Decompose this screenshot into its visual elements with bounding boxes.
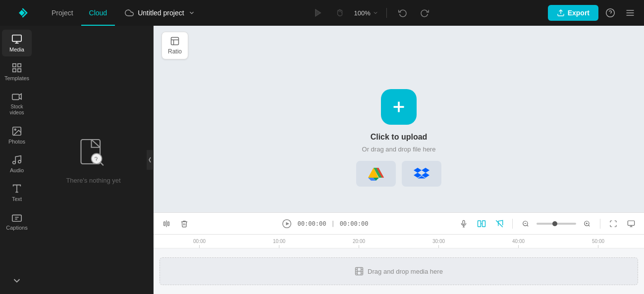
zoom-in-icon [584, 220, 590, 227]
timeline-delete-button[interactable] [177, 217, 191, 231]
empty-state-label: There's nothing yet [66, 177, 120, 184]
project-title[interactable]: Untitled project [138, 9, 184, 17]
svg-line-48 [527, 225, 529, 226]
tl-divider [512, 219, 513, 229]
templates-icon [11, 62, 22, 73]
toolbar-center: 100% [195, 5, 548, 21]
nav-tabs: Project Cloud [44, 0, 115, 26]
sidebar-item-photos-label: Photos [8, 139, 25, 145]
plus-icon [390, 98, 408, 116]
tab-project[interactable]: Project [44, 0, 81, 26]
timeline-area: 00:00:00 | 00:00:00 [154, 212, 644, 294]
sidebar-item-media[interactable]: Media [2, 30, 32, 56]
help-icon [605, 8, 615, 18]
ruler-mark-2: 20:00 [319, 239, 399, 248]
sidebar-item-audio-label: Audio [10, 167, 24, 173]
sidebar-item-templates[interactable]: Templates [2, 58, 32, 85]
timeline-tracks: Drag and drop media here [154, 248, 644, 294]
ruler-mark-0: 00:00 [160, 239, 239, 248]
google-drive-icon [368, 167, 384, 181]
undo-button[interactable] [395, 5, 411, 21]
cloud-icon [125, 8, 134, 17]
svg-rect-40 [463, 220, 465, 224]
svg-rect-12 [13, 69, 16, 72]
microphone-button[interactable] [457, 217, 471, 231]
timeline-controls: 00:00:00 | 00:00:00 [154, 213, 644, 235]
timeline-settings-button[interactable] [624, 217, 638, 231]
hand-tool-button[interactable] [332, 5, 348, 21]
upload-button[interactable] [381, 89, 417, 125]
sidebar-item-captions[interactable]: Captions [2, 208, 32, 235]
timeline-trim-button[interactable] [160, 217, 173, 231]
film-icon [355, 267, 364, 276]
empty-state-icon [76, 136, 110, 171]
svg-rect-43 [478, 221, 481, 227]
timeline-ruler: 00:00 10:00 20:00 30:00 [154, 235, 644, 248]
dropbox-button[interactable] [402, 161, 441, 187]
dropbox-icon [414, 167, 429, 181]
export-icon [557, 9, 565, 17]
redo-button[interactable] [417, 5, 432, 21]
tl-divider2 [600, 219, 600, 229]
fullscreen-button[interactable] [606, 217, 620, 231]
svg-rect-54 [628, 221, 634, 225]
ratio-button[interactable]: Ratio [161, 32, 188, 59]
sidebar-item-photos[interactable]: Photos [2, 122, 32, 148]
media-drop-label: Drag and drop media here [368, 268, 443, 275]
svg-rect-10 [18, 64, 21, 67]
audio-icon [11, 154, 22, 165]
content-panel: There's nothing yet [34, 26, 154, 294]
media-icon [11, 34, 22, 45]
logo-area [6, 5, 40, 21]
zoom-slider[interactable] [537, 223, 576, 225]
app-logo-icon [15, 5, 31, 21]
svg-line-46 [496, 220, 503, 227]
svg-line-24 [101, 162, 103, 165]
zoom-in-button[interactable] [580, 217, 594, 231]
canvas-toolbar: Ratio [154, 26, 644, 63]
upload-subtitle: Or drag and drop file here [362, 146, 436, 153]
text-icon [11, 183, 22, 194]
help-button[interactable] [602, 5, 618, 21]
ruler-marks: 00:00 10:00 20:00 30:00 [160, 239, 638, 248]
svg-rect-11 [18, 69, 21, 72]
svg-marker-1 [316, 9, 321, 16]
sidebar-item-more[interactable] [2, 271, 32, 290]
export-button[interactable]: Export [548, 5, 598, 21]
menu-button[interactable] [622, 5, 638, 21]
zoom-out-button[interactable] [519, 217, 533, 231]
collapse-panel-button[interactable] [147, 150, 154, 170]
sidebar-item-stock-videos[interactable]: Stock videos [2, 87, 32, 120]
split-audio-button[interactable] [475, 217, 488, 231]
zoom-chevron-icon[interactable] [373, 10, 378, 16]
sidebar-item-templates-label: Templates [4, 75, 29, 81]
timeline-play-button[interactable] [280, 217, 294, 231]
captions-icon [11, 212, 22, 223]
empty-state: There's nothing yet [66, 136, 120, 184]
zoom-level[interactable]: 100% [354, 9, 370, 17]
menu-icon [625, 8, 635, 18]
detach-audio-button[interactable] [492, 217, 506, 231]
toolbar-divider [386, 8, 387, 18]
google-drive-button[interactable] [356, 161, 396, 187]
top-bar: Project Cloud Untitled project 100% [0, 0, 644, 26]
main-layout: Media Templates Stock videos [0, 26, 644, 294]
sidebar-item-text[interactable]: Text [2, 179, 32, 206]
mic-icon [460, 220, 468, 228]
tab-cloud[interactable]: Cloud [81, 0, 115, 26]
sidebar-item-audio[interactable]: Audio [2, 150, 32, 177]
collapse-icon [148, 156, 152, 164]
chevron-down-icon[interactable] [188, 9, 195, 16]
svg-rect-20 [12, 215, 21, 221]
play-button[interactable] [310, 5, 326, 21]
svg-line-51 [589, 225, 590, 226]
svg-point-23 [96, 160, 97, 161]
svg-rect-9 [13, 64, 16, 67]
right-column: Ratio Click to upload Or drag and drop f… [154, 26, 644, 294]
zoom-slider-thumb [552, 221, 557, 226]
media-drop-zone[interactable]: Drag and drop media here [160, 257, 638, 285]
svg-rect-25 [171, 38, 179, 45]
canvas-area: Ratio Click to upload Or drag and drop f… [154, 26, 644, 212]
svg-rect-8 [12, 35, 21, 42]
stock-videos-icon [11, 91, 22, 102]
